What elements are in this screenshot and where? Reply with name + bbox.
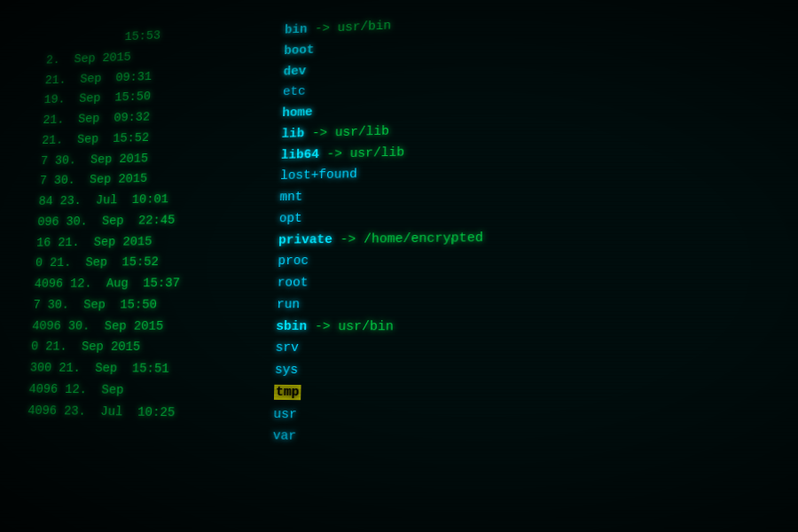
dir-name: root (277, 276, 308, 291)
dir-name: etc (283, 84, 306, 99)
terminal-window: 15:53 2. Sep 2015 21. Sep 09:31 19. Sep … (0, 0, 798, 532)
dir-name: srv (275, 340, 299, 356)
meta-line: 4096 30. Sep 2015 (32, 317, 268, 339)
dir-name: lib64 (281, 147, 319, 162)
dir-name: boot (284, 43, 314, 58)
dir-name: sys (275, 363, 299, 378)
dir-name: dev (283, 64, 306, 79)
meta-line: 7 30. Sep 15:50 (33, 294, 269, 316)
meta-line: 096 30. Sep 22:45 (37, 209, 271, 233)
dir-entry: proc (278, 246, 798, 273)
dir-name: sbin (276, 319, 307, 334)
meta-line: 4096 12. Aug 15:37 (34, 273, 269, 295)
directory-listing-column: bin -> usr/bin boot dev etc home lib - (262, 0, 798, 532)
symlink-arrow: -> usr/lib (326, 145, 404, 161)
dir-entry: root (277, 270, 798, 294)
dir-entry: sbin -> usr/bin (276, 317, 798, 340)
dir-name: lost+found (280, 168, 357, 184)
meta-line: 4096 12. Sep (28, 379, 266, 403)
dir-name: var (272, 428, 296, 444)
meta-line: 16 21. Sep 2015 (36, 231, 270, 254)
dir-name: home (282, 106, 313, 121)
symlink-arrow: -> /home/encrypted (340, 231, 484, 247)
dir-name: opt (279, 211, 302, 226)
dir-name: private (278, 232, 332, 247)
dir-name: usr (273, 406, 297, 422)
meta-line: 4096 23. Jul 10:25 (27, 401, 265, 426)
meta-line: 0 21. Sep 15:52 (35, 252, 270, 275)
symlink-arrow: -> usr/bin (315, 19, 392, 36)
symlink-arrow: -> usr/bin (315, 319, 394, 334)
meta-line: 300 21. Sep 15:51 (29, 358, 266, 381)
dir-name: mnt (279, 190, 302, 205)
dir-name: proc (278, 254, 309, 269)
dir-entry: run (277, 293, 798, 316)
dir-name: bin (285, 22, 308, 37)
file-metadata-column: 15:53 2. Sep 2015 21. Sep 09:31 19. Sep … (11, 21, 277, 525)
meta-line: 0 21. Sep 2015 (30, 337, 267, 359)
dir-name-highlighted: tmp (274, 385, 301, 400)
dir-name: run (277, 297, 301, 312)
symlink-arrow: -> usr/lib (312, 124, 389, 141)
dir-name: lib (281, 126, 304, 141)
